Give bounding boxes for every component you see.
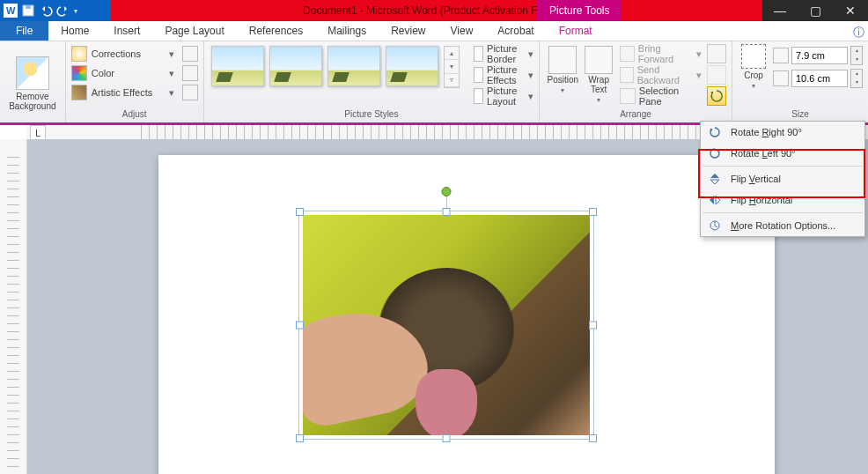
wrap-text-button[interactable]: Wrap Text▾ [581, 44, 617, 105]
tab-insert[interactable]: Insert [101, 21, 152, 41]
group-picture-styles: ▴▾▿ Picture Border▾ Picture Effects▾ Pic… [204, 41, 540, 122]
layout-icon [474, 88, 483, 104]
menu-flip-vertical[interactable]: Flip Vertical [701, 168, 864, 189]
color-button[interactable]: Color▾ [71, 63, 198, 83]
artistic-effects-button[interactable]: Artistic Effects▾ [71, 83, 198, 102]
group-label-styles: Picture Styles [210, 109, 533, 122]
remove-bg-icon[interactable] [16, 56, 49, 90]
svg-text:W: W [6, 5, 16, 16]
help-icon[interactable]: ⓘ [849, 25, 868, 41]
tab-view[interactable]: View [438, 21, 486, 41]
title-bar: W ▾ Document1 - Microsoft Word (Product … [0, 0, 868, 21]
tab-references[interactable]: References [237, 21, 315, 41]
height-icon [773, 48, 789, 63]
reset-picture-icon[interactable] [182, 85, 198, 100]
rotate-menu: Rotate Right 90° Rotate Left 90° Flip Ve… [700, 121, 865, 237]
backward-icon [620, 67, 633, 83]
rotation-handle[interactable] [442, 187, 452, 196]
picture-layout-button[interactable]: Picture Layout▾ [474, 86, 533, 106]
height-input[interactable] [791, 47, 848, 64]
resize-handle[interactable] [296, 434, 304, 442]
menu-rotate-right[interactable]: Rotate Right 90° [701, 122, 864, 143]
tab-page-layout[interactable]: Page Layout [152, 21, 236, 41]
style-thumb[interactable] [211, 46, 264, 86]
position-button[interactable]: Position▾ [545, 44, 581, 95]
align-button[interactable] [707, 44, 726, 63]
resize-handle[interactable] [443, 434, 451, 442]
height-field[interactable]: ▴▾ [773, 46, 863, 65]
corrections-button[interactable]: Corrections▾ [71, 44, 198, 63]
style-thumb[interactable] [386, 46, 438, 86]
color-icon [71, 65, 87, 81]
style-thumb[interactable] [269, 46, 322, 86]
undo-icon[interactable] [39, 4, 53, 18]
svg-rect-3 [26, 5, 31, 9]
rotate-right-icon [708, 125, 722, 139]
word-icon: W [4, 4, 18, 18]
ruler-vertical[interactable] [0, 139, 27, 474]
ribbon: Remove Background Corrections▾ Color▾ Ar… [0, 41, 868, 125]
tab-acrobat[interactable]: Acrobat [485, 21, 546, 41]
crop-button[interactable]: Crop▾ [738, 44, 769, 90]
save-icon[interactable] [21, 4, 35, 18]
resize-handle[interactable] [589, 434, 597, 442]
bring-forward-button: Bring Forward▾ [620, 44, 702, 63]
ribbon-tabs: File Home Insert Page Layout References … [0, 21, 868, 41]
crop-icon [741, 44, 766, 69]
quick-access-toolbar: W ▾ [0, 0, 111, 21]
style-thumb[interactable] [327, 46, 380, 86]
window-controls: — ▢ ✕ [762, 0, 868, 21]
selection-pane-button[interactable]: Selection Pane [620, 86, 702, 106]
selected-picture[interactable] [296, 208, 597, 442]
tab-file[interactable]: File [0, 21, 48, 41]
group-remove-bg: Remove Background [0, 41, 66, 122]
wrap-icon [585, 46, 613, 74]
resize-handle[interactable] [589, 322, 597, 330]
send-backward-button: Send Backward▾ [620, 65, 702, 85]
tab-mailings[interactable]: Mailings [315, 21, 379, 41]
redo-icon[interactable] [56, 4, 70, 18]
width-field[interactable]: ▴▾ [773, 69, 863, 88]
contextual-tab-label: Picture Tools [537, 0, 622, 21]
height-spinner[interactable]: ▴▾ [850, 46, 863, 65]
resize-handle[interactable] [589, 208, 597, 216]
border-icon [474, 46, 483, 62]
maximize-button[interactable]: ▢ [798, 0, 833, 21]
tab-review[interactable]: Review [379, 21, 438, 41]
close-button[interactable]: ✕ [833, 0, 868, 21]
rotate-left-icon [708, 146, 722, 160]
gallery-more-button[interactable]: ▴▾▿ [444, 46, 460, 88]
menu-flip-horizontal[interactable]: Flip Horizontal [701, 189, 864, 211]
styles-gallery[interactable]: ▴▾▿ [210, 44, 461, 90]
change-picture-icon[interactable] [182, 65, 198, 81]
forward-icon [620, 46, 634, 62]
corrections-icon [71, 46, 87, 62]
compress-pictures-icon[interactable] [182, 46, 198, 62]
picture-effects-button[interactable]: Picture Effects▾ [474, 65, 533, 85]
menu-separator [702, 212, 863, 213]
more-rotation-icon [708, 218, 722, 233]
width-input[interactable] [791, 70, 848, 87]
selection-pane-icon [620, 88, 635, 104]
tab-format[interactable]: Format [547, 21, 605, 41]
remove-bg-label[interactable]: Remove Background [5, 92, 60, 111]
width-icon [773, 70, 789, 86]
group-button [707, 65, 726, 85]
minimize-button[interactable]: — [762, 0, 798, 21]
qat-customize[interactable]: ▾ [74, 7, 77, 15]
group-arrange: Position▾ Wrap Text▾ Bring Forward▾ Send… [540, 41, 732, 122]
group-label-adjust: Adjust [71, 109, 198, 122]
menu-more-rotation[interactable]: More Rotation Options... [701, 215, 864, 236]
flip-vertical-icon [708, 172, 722, 186]
flip-horizontal-icon [708, 193, 722, 207]
resize-handle[interactable] [296, 322, 304, 330]
tab-home[interactable]: Home [48, 21, 101, 41]
rotate-button[interactable] [707, 86, 726, 106]
artistic-icon [71, 85, 87, 100]
width-spinner[interactable]: ▴▾ [850, 69, 863, 88]
resize-handle[interactable] [443, 208, 451, 216]
group-adjust: Corrections▾ Color▾ Artistic Effects▾ Ad… [66, 41, 204, 122]
menu-rotate-left[interactable]: Rotate Left 90° [701, 143, 864, 164]
resize-handle[interactable] [296, 208, 304, 216]
picture-border-button[interactable]: Picture Border▾ [474, 44, 533, 63]
